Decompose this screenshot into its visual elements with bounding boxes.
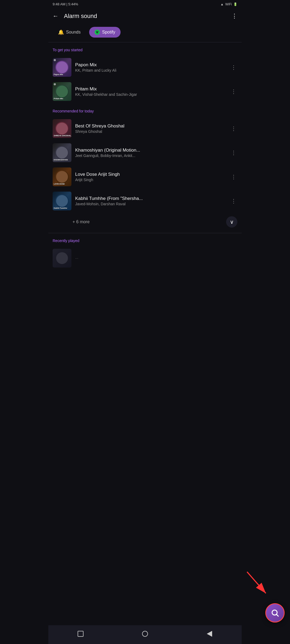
item-more-button[interactable]: ⋮ xyxy=(230,196,237,206)
thumb-label: Papon Mix xyxy=(54,74,63,76)
music-title-partial: ··· xyxy=(75,256,237,260)
item-more-button[interactable]: ⋮ xyxy=(230,171,237,182)
thumb-label: Kabhii Tumhhe xyxy=(54,207,67,209)
item-more-button[interactable]: ⋮ xyxy=(230,123,237,134)
thumb-label: Pritam Mix xyxy=(54,98,63,100)
thumbnail-partial xyxy=(53,249,71,268)
thumb-label: LOVE DOSE xyxy=(54,183,65,185)
tab-bar: 🔔 Sounds Spotify xyxy=(48,24,242,42)
list-item: SHREYA GHOSHAL Best Of Shreya Ghoshal Sh… xyxy=(48,116,242,141)
thumbnail-pritam: Pritam Mix xyxy=(53,82,71,101)
music-title: Kabhii Tumhhe (From "Shersha... xyxy=(75,196,226,201)
page-title: Alarm sound xyxy=(64,13,97,20)
battery-icon: 🔋 xyxy=(233,2,237,6)
spotify-icon xyxy=(95,30,100,35)
music-info-partial: ··· xyxy=(75,256,237,260)
item-more-button[interactable]: ⋮ xyxy=(230,62,237,73)
wifi-icon: WiFi xyxy=(225,2,232,6)
list-item: LOVE DOSE Love Dose Arijit Singh Arijit … xyxy=(48,165,242,189)
music-artist: Javed-Mohsin, Darshan Raval xyxy=(75,202,226,206)
bell-icon: 🔔 xyxy=(58,29,64,35)
tab-sounds[interactable]: 🔔 Sounds xyxy=(53,27,86,38)
music-title: Papon Mix xyxy=(75,62,226,68)
list-item: Kabhii Tumhhe Kabhii Tumhhe (From "Shers… xyxy=(48,189,242,213)
item-more-button[interactable]: ⋮ xyxy=(230,86,237,97)
music-title: Love Dose Arijit Singh xyxy=(75,172,226,177)
signal-icon: ▲ xyxy=(220,2,224,6)
section-label-started: To get you started xyxy=(48,42,242,55)
thumbnail-kabhii: Kabhii Tumhhe xyxy=(53,192,71,210)
status-icons: ▲ WiFi 🔋 xyxy=(220,2,237,6)
music-info: Pritam Mix KK, Vishal-Shekhar and Sachin… xyxy=(75,86,226,97)
music-artist: Shreya Ghoshal xyxy=(75,129,226,134)
list-item: Pritam Mix Pritam Mix KK, Vishal-Shekhar… xyxy=(48,79,242,104)
back-button[interactable]: ← xyxy=(52,12,60,21)
header-more-button[interactable]: ⋮ xyxy=(231,13,237,20)
music-artist: KK, Pritam and Lucky Ali xyxy=(75,68,226,72)
tab-spotify[interactable]: Spotify xyxy=(89,27,121,38)
tab-spotify-label: Spotify xyxy=(102,30,115,35)
status-bar: 9:48 AM | 5:44% ▲ WiFi 🔋 xyxy=(48,0,242,8)
music-info: Best Of Shreya Ghoshal Shreya Ghoshal xyxy=(75,123,226,134)
more-section: + 6 more ∨ xyxy=(48,213,242,233)
music-info: Papon Mix KK, Pritam and Lucky Ali xyxy=(75,62,226,72)
thumb-dot xyxy=(54,83,56,85)
more-count-label: + 6 more xyxy=(73,219,90,224)
music-info: Khamoshiyan (Original Motion... Jeet Gan… xyxy=(75,148,226,158)
music-title: Pritam Mix xyxy=(75,86,226,92)
music-info: Love Dose Arijit Singh Arijit Singh xyxy=(75,172,226,182)
music-title: Khamoshiyan (Original Motion... xyxy=(75,148,226,153)
music-title: Best Of Shreya Ghoshal xyxy=(75,123,226,129)
list-item: Papon Mix Papon Mix KK, Pritam and Lucky… xyxy=(48,55,242,79)
thumbnail-shreya: SHREYA GHOSHAL xyxy=(53,119,71,138)
thumb-dot xyxy=(54,59,56,61)
list-item-partial: ··· xyxy=(48,246,242,270)
list-item: KHAMOSHIYAN Khamoshiyan (Original Motion… xyxy=(48,141,242,165)
header: ← Alarm sound ⋮ xyxy=(48,8,242,24)
thumbnail-lovedose: LOVE DOSE xyxy=(53,167,71,186)
thumbnail-papon: Papon Mix xyxy=(53,58,71,77)
expand-button[interactable]: ∨ xyxy=(226,216,237,228)
section-label-recently-played: Recently played xyxy=(48,233,242,246)
item-more-button[interactable]: ⋮ xyxy=(230,147,237,158)
chevron-down-icon: ∨ xyxy=(230,219,234,225)
music-artist: KK, Vishal-Shekhar and Sachin-Jigar xyxy=(75,92,226,97)
section-label-recommended: Recommended for today xyxy=(48,104,242,116)
tab-sounds-label: Sounds xyxy=(66,30,81,35)
status-time: 9:48 AM | 5:44% xyxy=(53,2,78,6)
thumb-label: SHREYA GHOSHAL xyxy=(54,135,71,137)
music-artist: Jeet Gannguli, Bobby-Imran, Ankit... xyxy=(75,153,226,158)
thumb-label: KHAMOSHIYAN xyxy=(54,159,68,161)
thumbnail-khamoshiyan: KHAMOSHIYAN xyxy=(53,143,71,162)
music-artist: Arijit Singh xyxy=(75,178,226,182)
music-info: Kabhii Tumhhe (From "Shersha... Javed-Mo… xyxy=(75,196,226,206)
header-left: ← Alarm sound xyxy=(52,12,97,21)
